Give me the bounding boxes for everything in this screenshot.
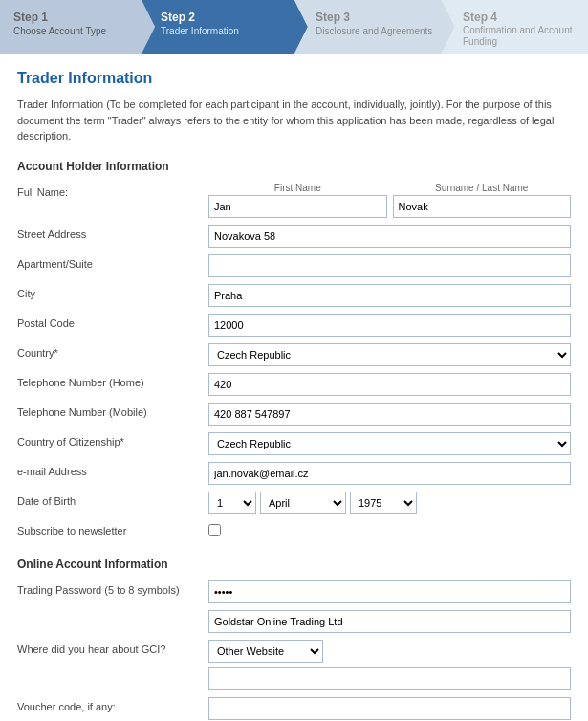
street-address-row: Street Address: [17, 225, 571, 248]
country-row: Country* Czech Republic United States Un…: [17, 343, 571, 366]
page-title: Trader Information: [17, 70, 571, 87]
apt-suite-label: Apartment/Suite: [17, 254, 208, 270]
postal-code-input[interactable]: [208, 314, 571, 337]
dob-month-select[interactable]: JanuaryFebruaryMarch AprilMayJune JulyAu…: [260, 492, 346, 514]
street-address-label: Street Address: [17, 225, 208, 240]
country-select[interactable]: Czech Republic United States United King…: [208, 343, 571, 366]
dob-label: Date of Birth: [17, 492, 208, 507]
tel-mobile-label: Telephone Number (Mobile): [17, 403, 208, 418]
step4-num: Step 4: [463, 11, 497, 24]
tel-mobile-input[interactable]: [208, 403, 571, 426]
password-input[interactable]: [208, 580, 571, 603]
email-label: e-mail Address: [17, 462, 208, 477]
first-name-sub-label: First Name: [208, 183, 387, 193]
country-label: Country*: [17, 343, 208, 359]
citizenship-select[interactable]: Czech Republic United States United King…: [208, 432, 571, 455]
step1-label: Choose Account Type: [13, 26, 107, 36]
source-label: Where did you hear about GCI?: [17, 640, 208, 655]
online-account-title: Online Account Information: [17, 557, 571, 571]
citizenship-label: Country of Citizenship*: [17, 432, 208, 448]
dob-year-select[interactable]: 197519761977: [350, 492, 417, 514]
city-input[interactable]: [208, 284, 571, 307]
step3-num: Step 3: [316, 11, 350, 24]
tel-mobile-row: Telephone Number (Mobile): [17, 403, 571, 426]
postal-code-row: Postal Code: [17, 314, 571, 337]
city-row: City: [17, 284, 571, 307]
apt-suite-input[interactable]: [208, 254, 571, 277]
step4-label-line1: Confirmation and Account: [463, 25, 573, 35]
voucher-label: Voucher code, if any:: [17, 697, 208, 712]
password-label: Trading Password (5 to 8 symbols): [17, 580, 208, 596]
step2-label: Trader Information: [161, 26, 239, 36]
postal-code-label: Postal Code: [17, 314, 208, 329]
city-label: City: [17, 284, 208, 299]
step1-num: Step 1: [13, 11, 48, 24]
account-holder-title: Account Holder Information: [17, 160, 571, 173]
full-name-row: Full Name: First Name Surname / Last Nam…: [17, 183, 571, 218]
step2-num: Step 2: [161, 11, 195, 24]
last-name-input[interactable]: [393, 195, 572, 218]
first-name-input[interactable]: [208, 195, 387, 218]
tel-home-label: Telephone Number (Home): [17, 373, 208, 388]
full-name-label: Full Name:: [17, 183, 208, 198]
voucher-input[interactable]: [208, 697, 571, 720]
email-input[interactable]: [208, 462, 571, 485]
source-select[interactable]: Other Website Google Facebook Friend: [208, 640, 323, 663]
tel-home-input[interactable]: [208, 373, 571, 396]
source-row: Where did you hear about GCI? Other Webs…: [17, 640, 571, 690]
newsletter-row: Subscribe to newsletter: [17, 521, 571, 539]
street-address-input[interactable]: [208, 225, 571, 248]
dob-fields: 1 2345 JanuaryFebruaryMarch AprilMayJune…: [208, 492, 571, 514]
name-sub-labels: First Name Surname / Last Name: [208, 183, 571, 218]
source-text-input[interactable]: [208, 667, 571, 690]
platform-row: [17, 610, 571, 633]
citizenship-row: Country of Citizenship* Czech Republic U…: [17, 432, 571, 455]
email-row: e-mail Address: [17, 462, 571, 485]
password-row: Trading Password (5 to 8 symbols): [17, 580, 571, 603]
step3-label: Disclosure and Agreements: [316, 26, 432, 36]
platform-input[interactable]: [208, 610, 571, 633]
dob-day-select[interactable]: 1 2345: [208, 492, 256, 514]
surname-sub-label: Surname / Last Name: [393, 183, 572, 193]
main-content: Trader Information Trader Information (T…: [0, 56, 588, 721]
newsletter-label: Subscribe to newsletter: [17, 521, 208, 536]
tel-home-row: Telephone Number (Home): [17, 373, 571, 396]
newsletter-checkbox[interactable]: [208, 524, 221, 536]
stepper: Step 1 Choose Account Type Step 2 Trader…: [0, 0, 588, 54]
account-holder-section: Account Holder Information Full Name: Fi…: [17, 160, 571, 539]
apt-suite-row: Apartment/Suite: [17, 254, 571, 277]
page-description: Trader Information (To be completed for …: [17, 97, 571, 144]
step4-label-line2: Funding: [463, 36, 497, 47]
dob-row: Date of Birth 1 2345 JanuaryFebruaryMarc…: [17, 492, 571, 514]
full-name-fields: First Name Surname / Last Name: [208, 183, 571, 218]
voucher-row: Voucher code, if any:: [17, 697, 571, 720]
online-account-section: Online Account Information Trading Passw…: [17, 557, 571, 722]
